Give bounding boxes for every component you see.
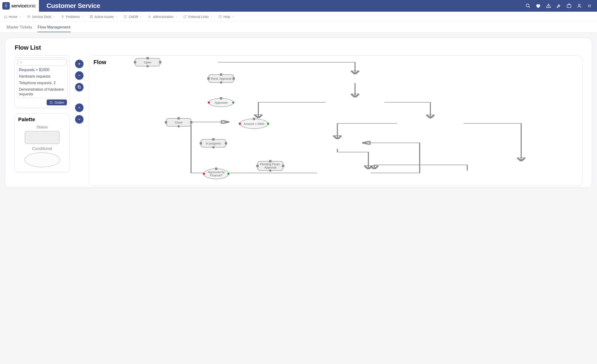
tab-flow-management[interactable]: Flow Management [35,22,73,32]
svg-point-15 [149,16,150,17]
chevron-down-icon [210,15,213,18]
svg-rect-9 [92,15,93,16]
svg-rect-23 [79,86,80,88]
chevron-down-icon [175,15,178,18]
palette-title: Palette [18,116,66,123]
move-up-button[interactable] [75,103,84,112]
nav-administration[interactable]: Administration [145,12,181,22]
alert-icon[interactable] [543,1,554,11]
node-label: Pend. Approval [211,77,231,80]
tab-master-tickets[interactable]: Master Tickets [4,22,35,32]
chevron-down-icon [115,15,118,18]
flow-list-title: Flow List [15,44,582,51]
nav-label: External Links [188,15,209,19]
nav-home[interactable]: Home [1,12,24,22]
flow-canvas[interactable]: Open Pend. Approval Approved Close [117,57,582,186]
palette-panel: Palette Status Conditional [15,114,70,172]
user-icon[interactable] [574,1,584,11]
flow-item[interactable]: Hardware requests [18,73,66,80]
flow-item[interactable]: Telephone requests: 2 [18,80,66,86]
nav-label: CMDB [128,15,138,19]
nav-help[interactable]: Help [216,12,237,22]
palette-conditional-label: Conditional [18,146,66,151]
node-amount[interactable]: Amount > 5000 [239,119,268,129]
svg-rect-10 [90,17,91,18]
logo-text-1: service [11,3,26,8]
search-icon[interactable] [523,1,533,11]
briefcase-icon[interactable] [564,1,574,11]
node-label: Close [175,121,182,124]
chevron-down-icon [81,15,84,18]
svg-point-0 [526,4,529,7]
app-header: servicetonic Customer Service [0,0,597,12]
svg-rect-11 [92,17,93,18]
logo-text-2: tonic [26,3,36,8]
nav-cmdb[interactable]: CMDB [121,12,145,22]
logo[interactable]: servicetonic [0,0,39,12]
flow-list-panel: Requests > $1000 Hardware requests Telep… [15,55,70,108]
svg-point-18 [20,61,22,63]
nav-label: Home [9,15,17,19]
nav-problems[interactable]: Problems [58,12,87,22]
nav-active-assets[interactable]: Active Assets [87,12,121,22]
nav-external-links[interactable]: External Links [181,12,216,22]
svg-point-17 [220,17,220,17]
svg-rect-6 [28,15,30,18]
main-card: Flow List Requests > $1000 Hardware requ… [5,38,592,188]
remove-flow-button[interactable] [75,71,84,80]
flow-item[interactable]: Requests > $1000 [18,67,66,73]
node-close[interactable]: Close [166,118,191,126]
flow-search-input[interactable] [23,60,65,65]
flow-item[interactable]: Demonstration of hardware requests [18,86,66,97]
svg-point-5 [578,4,580,6]
palette-conditional-shape[interactable] [24,152,60,167]
collapse-icon[interactable] [584,1,595,11]
order-button-label: Orden [54,101,64,104]
node-label: Pending Finan. Approval [259,163,282,170]
svg-rect-4 [567,5,571,8]
nav-bar: Home Service Desk Problems Active Assets… [0,12,597,22]
nav-service-desk[interactable]: Service Desk [24,12,58,22]
svg-rect-12 [124,15,127,17]
palette-status-label: Status [18,125,66,130]
nav-label: Help [223,15,230,19]
flow-canvas-panel: Flow [89,55,582,186]
copy-flow-button[interactable] [75,83,84,91]
node-pending-finan[interactable]: Pending Finan. Approval [257,161,283,171]
nav-label: Administration [153,15,173,19]
chevron-down-icon [19,15,22,18]
node-pend-approval[interactable]: Pend. Approval [208,74,234,83]
add-flow-button[interactable] [75,60,84,68]
chevron-down-icon [232,15,234,18]
node-label: Amount > 5000 [244,122,264,126]
node-label: Open [144,61,151,64]
svg-line-19 [22,63,22,64]
nav-label: Problems [66,15,80,19]
heart-icon[interactable] [533,1,543,11]
page-title: Customer Service [47,2,100,9]
node-label: Approved [215,101,228,104]
order-button[interactable]: Orden [47,100,67,105]
logo-icon [2,2,10,9]
chevron-down-icon [140,15,142,18]
nav-label: Active Assets [94,15,114,19]
node-label: Approved by Finance? [205,170,227,177]
node-open[interactable]: Open [135,58,160,66]
tabs: Master Tickets Flow Management [0,22,597,33]
svg-rect-8 [90,15,91,16]
node-in-progress[interactable]: In progress [201,139,226,147]
node-approved-finance[interactable]: Approved by Finance? [204,169,229,179]
nav-label: Service Desk [32,15,51,19]
wrench-icon[interactable] [554,1,564,11]
flow-search[interactable] [18,59,66,66]
palette-status-shape[interactable] [25,131,60,144]
chevron-down-icon [53,15,55,18]
move-down-button[interactable] [75,115,84,124]
node-approved[interactable]: Approved [208,98,234,107]
svg-line-1 [529,7,530,8]
node-label: In progress [206,142,221,145]
svg-point-3 [549,7,549,7]
